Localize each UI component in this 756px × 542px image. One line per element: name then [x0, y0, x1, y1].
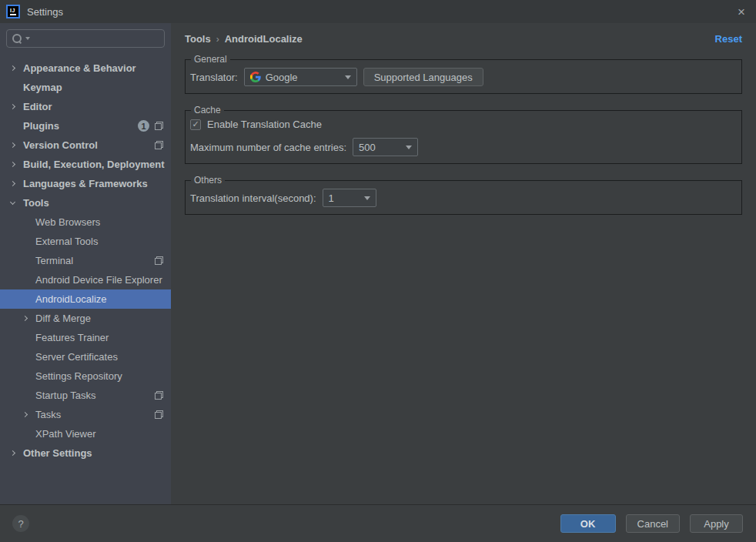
sidebar-item-terminal[interactable]: Terminal: [0, 251, 171, 270]
help-button[interactable]: ?: [12, 515, 29, 532]
chevron-down-icon[interactable]: [10, 202, 23, 204]
chevron-right-icon[interactable]: [10, 451, 23, 455]
sidebar-item-label: Languages & Frameworks: [23, 178, 148, 189]
sidebar-item-appearance-behavior[interactable]: Appearance & Behavior: [0, 59, 171, 78]
apply-button[interactable]: Apply: [690, 514, 743, 533]
intellij-logo-icon: IJ: [6, 5, 20, 18]
chevron-right-icon[interactable]: [10, 182, 23, 186]
sidebar-item-label: Other Settings: [23, 447, 92, 459]
sidebar-item-xpath-viewer[interactable]: XPath Viewer: [0, 424, 171, 443]
row-indicators: [155, 410, 163, 419]
sidebar-item-settings-repository[interactable]: Settings Repository: [0, 366, 171, 386]
translation-interval-select[interactable]: 1: [323, 189, 376, 207]
sidebar-item-languages-frameworks[interactable]: Languages & Frameworks: [0, 174, 171, 193]
sidebar-item-external-tools[interactable]: External Tools: [0, 232, 171, 251]
translator-select[interactable]: Google: [244, 68, 357, 86]
chevron-right-icon[interactable]: [22, 413, 35, 417]
enable-translation-cache-checkbox[interactable]: ✓: [190, 119, 201, 130]
general-legend: General: [191, 54, 230, 65]
sidebar-item-label: Editor: [23, 101, 52, 112]
settings-search-input[interactable]: [6, 29, 165, 48]
settings-window: IJ Settings × Appearance & BehaviorKeyma…: [0, 0, 756, 542]
chevron-down-icon: [406, 146, 412, 149]
close-icon[interactable]: ×: [738, 5, 745, 18]
sidebar-item-label: XPath Viewer: [35, 428, 96, 440]
reset-link[interactable]: Reset: [715, 33, 742, 45]
sidebar-item-label: Diff & Merge: [35, 313, 91, 324]
sidebar-item-label: Features Trainer: [35, 332, 109, 343]
chevron-right-icon[interactable]: [22, 316, 35, 320]
copy-icon: [155, 410, 163, 419]
sidebar-item-plugins[interactable]: Plugins1: [0, 116, 171, 136]
copy-icon: [155, 122, 163, 130]
max-cache-entries-label: Maximum number of cache entries:: [190, 142, 346, 153]
copy-icon: [155, 141, 163, 149]
sidebar-item-label: Startup Tasks: [35, 390, 96, 401]
search-icon: [12, 34, 22, 44]
sidebar-item-label: Terminal: [35, 255, 73, 266]
settings-tree: Appearance & BehaviorKeymapEditorPlugins…: [0, 54, 171, 504]
breadcrumb-section[interactable]: Tools: [185, 33, 211, 45]
sidebar-item-version-control[interactable]: Version Control: [0, 136, 171, 155]
cancel-button[interactable]: Cancel: [626, 514, 680, 533]
general-section: General Translator: Google Supported L: [185, 54, 742, 94]
chevron-right-icon[interactable]: [10, 143, 23, 147]
intellij-logo-text: IJ: [10, 8, 16, 15]
sidebar-item-label: Tasks: [35, 409, 61, 420]
sidebar-item-other-settings[interactable]: Other Settings: [0, 443, 171, 463]
sidebar-item-features-trainer[interactable]: Features Trainer: [0, 328, 171, 347]
sidebar-item-label: Settings Repository: [35, 370, 122, 382]
settings-content: Tools › AndroidLocalize Reset General Tr…: [171, 23, 756, 504]
sidebar-item-label: Web Browsers: [35, 216, 100, 228]
chevron-right-icon[interactable]: [10, 162, 23, 166]
chevron-right-icon[interactable]: [10, 66, 23, 70]
cache-section: Cache ✓ Enable Translation Cache Maximum…: [185, 105, 742, 164]
breadcrumb-page: AndroidLocalize: [225, 33, 303, 45]
window-title: Settings: [27, 6, 63, 18]
sidebar-item-label: Android Device File Explorer: [35, 274, 162, 286]
titlebar: IJ Settings ×: [0, 0, 756, 23]
sidebar-item-label: Appearance & Behavior: [23, 62, 136, 74]
others-legend: Others: [191, 175, 225, 186]
chevron-down-icon: [364, 196, 370, 200]
main-split: Appearance & BehaviorKeymapEditorPlugins…: [0, 23, 756, 504]
sidebar-item-android-device-file-explorer[interactable]: Android Device File Explorer: [0, 270, 171, 289]
chevron-down-icon: [345, 75, 351, 79]
ok-button[interactable]: OK: [560, 514, 616, 533]
search-options-caret-icon[interactable]: [25, 37, 30, 40]
translator-label: Translator:: [190, 72, 238, 83]
sidebar-item-tasks[interactable]: Tasks: [0, 405, 171, 424]
chevron-right-icon[interactable]: [10, 105, 23, 109]
google-icon: [250, 72, 261, 82]
sidebar-item-keymap[interactable]: Keymap: [0, 78, 171, 97]
sidebar-item-build-execution-deployment[interactable]: Build, Execution, Deployment: [0, 155, 171, 174]
row-indicators: [155, 256, 163, 265]
settings-sidebar: Appearance & BehaviorKeymapEditorPlugins…: [0, 23, 171, 504]
sidebar-item-androidlocalize[interactable]: AndroidLocalize: [0, 289, 171, 309]
sidebar-item-web-browsers[interactable]: Web Browsers: [0, 212, 171, 232]
footer-bar: ? OK Cancel Apply: [0, 504, 756, 542]
sidebar-item-label: AndroidLocalize: [35, 293, 107, 305]
sidebar-item-server-certificates[interactable]: Server Certificates: [0, 347, 171, 366]
translation-interval-value: 1: [329, 192, 334, 204]
supported-languages-button[interactable]: Supported Languages: [363, 68, 483, 86]
max-cache-entries-select[interactable]: 500: [353, 138, 418, 156]
plugins-count-badge: 1: [138, 120, 149, 132]
sidebar-item-editor[interactable]: Editor: [0, 97, 171, 116]
sidebar-item-startup-tasks[interactable]: Startup Tasks: [0, 386, 171, 405]
sidebar-item-label: Tools: [23, 197, 49, 209]
others-section: Others Translation interval(second): 1: [185, 175, 742, 215]
cache-legend: Cache: [191, 105, 224, 115]
max-cache-entries-value: 500: [359, 142, 376, 153]
sidebar-item-label: Server Certificates: [35, 351, 118, 363]
sidebar-item-label: External Tools: [35, 236, 98, 247]
translation-interval-label: Translation interval(second):: [190, 192, 316, 204]
sidebar-item-tools[interactable]: Tools: [0, 193, 171, 212]
sidebar-item-diff-merge[interactable]: Diff & Merge: [0, 309, 171, 328]
enable-translation-cache-label: Enable Translation Cache: [207, 119, 322, 130]
copy-icon: [155, 256, 163, 265]
sidebar-item-label: Build, Execution, Deployment: [23, 159, 164, 170]
row-indicators: 1: [138, 120, 163, 132]
footer-buttons: OK Cancel Apply: [560, 514, 743, 533]
sidebar-item-label: Plugins: [23, 120, 59, 132]
